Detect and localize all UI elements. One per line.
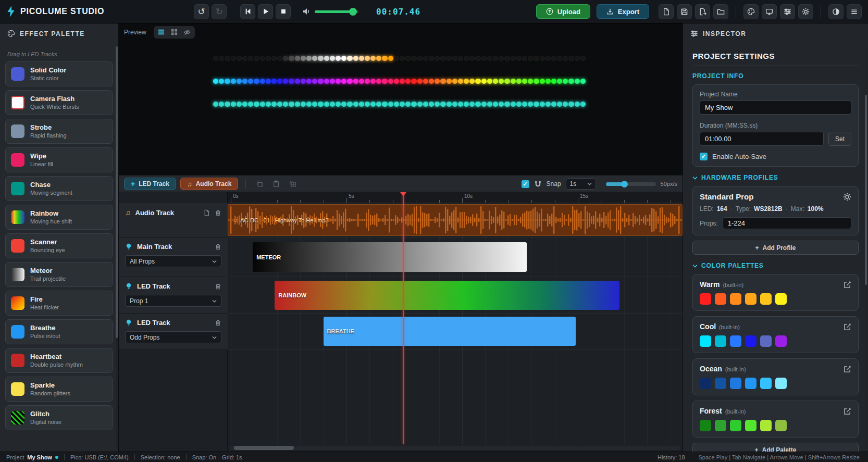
color-swatch[interactable] [715,378,726,389]
export-file-icon[interactable] [695,4,710,19]
color-swatch[interactable] [745,420,757,431]
delete-track-icon[interactable] [215,319,221,326]
color-swatch[interactable] [745,378,757,389]
new-file-icon[interactable] [659,4,674,19]
color-swatch[interactable] [775,335,787,347]
color-swatch[interactable] [730,293,741,305]
effect-item-rainbow[interactable]: RainbowMoving hue shift [5,205,113,230]
color-swatch[interactable] [715,420,726,431]
autosave-checkbox[interactable]: ✓ [700,153,708,160]
upload-button[interactable]: Upload [536,4,590,19]
add-profile-button[interactable]: +Add Profile [692,241,859,255]
copy-icon[interactable] [253,178,266,190]
color-swatch[interactable] [730,335,741,347]
delete-track-icon[interactable] [215,283,221,290]
edit-palette-icon[interactable] [844,323,851,331]
edit-palette-icon[interactable] [844,365,851,373]
delete-track-icon[interactable] [215,243,221,250]
effect-item-camera-flash[interactable]: Camera FlashQuick White Bursts [5,90,113,115]
color-swatch[interactable] [700,420,711,431]
color-swatch[interactable] [775,293,787,305]
set-duration-button[interactable]: Set [828,132,851,146]
settings-gear-icon[interactable] [798,4,813,19]
redo-button[interactable]: ↻ [212,4,227,19]
sliders-icon[interactable] [780,4,795,19]
save-icon[interactable] [677,4,692,19]
breathe-clip[interactable]: BREATHE [324,317,576,346]
color-swatch[interactable] [745,335,757,347]
inspector-scrollbar[interactable] [865,45,867,448]
effect-item-meteor[interactable]: MeteorTrail projectile [5,262,113,287]
effect-item-solid-color[interactable]: Solid ColorStatic color [5,61,113,86]
color-palettes-section[interactable]: COLOR PALETTES [692,262,859,269]
edit-palette-icon[interactable] [844,407,851,415]
color-swatch[interactable] [715,335,726,347]
export-button[interactable]: Export [597,4,649,19]
add-palette-button[interactable]: +Add Palette [692,443,859,452]
main-area: Preview + LED Track [119,23,683,452]
display-icon[interactable] [762,4,777,19]
load-audio-file-icon[interactable] [203,209,210,216]
strip-view-icon[interactable] [155,28,167,37]
rainbow-clip[interactable]: RAINBOW [275,281,619,310]
grid-view-icon[interactable] [168,28,180,37]
snap-interval-select[interactable]: 1s [566,178,596,190]
playhead[interactable] [403,192,404,444]
effect-list-scrollbar[interactable] [116,45,118,448]
snap-checkbox[interactable]: ✓ [522,180,529,188]
effect-item-fire[interactable]: FireHeat flicker [5,291,113,316]
effect-item-wipe[interactable]: WipeLinear fill [5,147,113,172]
effect-item-sparkle[interactable]: SparkleRandom glitters [5,377,113,402]
palette-icon[interactable] [743,4,759,19]
effect-item-heartbeat[interactable]: HeartbeatDouble pulse rhythm [5,348,113,373]
stop-button[interactable] [276,4,291,19]
track-target-select[interactable]: Prop 1 [125,295,221,307]
play-button[interactable] [258,4,273,19]
menu-icon[interactable] [847,4,862,19]
track-target-select[interactable]: All Props [125,255,221,267]
hardware-profiles-section[interactable]: HARDWARE PROFILES [692,174,859,181]
timeline-zoom-slider[interactable] [606,182,656,186]
meteor-clip[interactable]: METEOR [253,242,527,272]
playhead-handle[interactable] [400,192,406,196]
color-swatch[interactable] [745,293,757,305]
color-swatch[interactable] [730,420,741,431]
color-swatch[interactable] [760,293,772,305]
duration-input[interactable] [700,132,824,146]
effect-item-strobe[interactable]: StrobeRapid flashing [5,119,113,144]
audio-clip[interactable]: ♫ AC-DC - 01 - Highway To Hell.mp3 [228,204,683,236]
color-swatch[interactable] [760,378,772,389]
color-swatch[interactable] [775,420,787,431]
timeline-ruler[interactable]: 0s5s10s15s [228,192,683,203]
color-swatch[interactable] [700,378,711,389]
theme-toggle-icon[interactable] [828,4,844,19]
color-swatch[interactable] [700,293,711,305]
track-target-select[interactable]: Odd Props [125,331,221,343]
effect-item-scanner[interactable]: ScannerBouncing eye [5,233,113,258]
color-swatch[interactable] [715,293,726,305]
open-folder-icon[interactable] [713,4,728,19]
effect-item-glitch[interactable]: GlitchDigital noise [5,405,113,430]
color-swatch[interactable] [760,335,772,347]
duplicate-icon[interactable] [287,178,299,190]
timeline-h-scrollbar[interactable] [230,446,680,450]
add-led-track-button[interactable]: + LED Track [124,178,176,190]
timeline-content[interactable]: 0s5s10s15s ♫ AC-DC - 01 - Highway To Hel… [228,192,683,452]
color-swatch[interactable] [730,378,741,389]
color-swatch[interactable] [775,378,787,389]
effect-item-breathe[interactable]: BreathePulse in/out [5,319,113,344]
skip-start-button[interactable] [240,4,255,19]
volume-slider[interactable] [315,10,358,13]
props-range-input[interactable] [723,217,851,229]
effect-item-chase[interactable]: ChaseMoving segment [5,176,113,201]
profile-gear-icon[interactable] [843,193,851,201]
undo-button[interactable]: ↺ [194,4,209,19]
hide-preview-icon[interactable] [181,28,193,37]
color-swatch[interactable] [700,335,711,347]
project-name-input[interactable] [700,101,851,115]
paste-icon[interactable] [270,178,282,190]
edit-palette-icon[interactable] [844,281,851,289]
color-swatch[interactable] [760,420,772,431]
add-audio-track-button[interactable]: ♫ Audio Track [180,178,238,190]
delete-track-icon[interactable] [215,209,221,216]
